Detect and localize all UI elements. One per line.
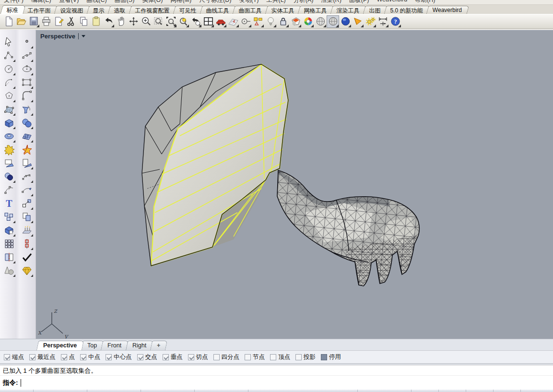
new-file-button[interactable] (2, 15, 15, 28)
flyout-triangle-icon[interactable] (31, 167, 33, 169)
osnap-item-端点[interactable]: 端点 (4, 353, 24, 361)
toolbar-group-tab-工作平面[interactable]: 工作平面 (22, 6, 59, 14)
selected-polysurface[interactable] (142, 64, 288, 266)
osnap-checkbox[interactable] (29, 354, 35, 360)
flyout-triangle-icon[interactable] (13, 180, 15, 183)
display-mode-button[interactable] (289, 15, 302, 28)
osnap-checkbox[interactable] (295, 354, 302, 360)
menu-item[interactable]: 编辑(E) (31, 0, 51, 4)
lights-tool-button[interactable] (21, 224, 33, 237)
import-page-button[interactable] (52, 15, 65, 28)
copy-object-tool-button[interactable] (21, 211, 33, 223)
flyout-triangle-icon[interactable] (13, 113, 15, 116)
text-tool-button[interactable]: T (3, 197, 15, 210)
osnap-checkbox[interactable] (188, 354, 194, 360)
select-arrow-tool-button[interactable] (3, 36, 15, 48)
set-view-button[interactable] (239, 15, 252, 28)
flyout-triangle-icon[interactable] (31, 194, 33, 196)
flyout-triangle-icon[interactable] (31, 140, 33, 143)
help-button[interactable]: ? (389, 15, 401, 28)
menu-item[interactable]: 帮助(H) (415, 0, 435, 4)
flyout-triangle-icon[interactable] (323, 24, 326, 27)
viewport-tab-right[interactable]: Right (125, 341, 153, 350)
toolbar-group-tab-标准[interactable]: 标准 (0, 5, 25, 14)
flyout-triangle-icon[interactable] (186, 24, 189, 27)
flyout-triangle-icon[interactable] (31, 221, 33, 223)
menu-item[interactable]: 曲面(S) (115, 0, 135, 4)
clamp-tool-button[interactable] (21, 238, 33, 250)
add-viewport-tab-button[interactable]: + (150, 341, 168, 350)
osnap-item-节点[interactable]: 节点 (245, 353, 265, 361)
menu-item[interactable]: 尺寸标注(D) (199, 0, 231, 4)
toolbar-group-tab-实体工具[interactable]: 实体工具 (265, 6, 302, 14)
flyout-triangle-icon[interactable] (13, 59, 15, 62)
osnap-item-顶点[interactable]: 顶点 (270, 353, 290, 361)
flyout-triangle-icon[interactable] (111, 24, 114, 27)
open-folder-button[interactable] (15, 15, 27, 28)
viewport-tab-perspective[interactable]: Perspective (36, 341, 84, 350)
menu-item[interactable]: Weaverbird (377, 0, 407, 4)
print-button[interactable] (40, 15, 52, 28)
blend-tool-button[interactable] (3, 170, 15, 183)
menu-item[interactable]: 网格(M) (170, 0, 191, 4)
render-sphere-button[interactable] (314, 15, 327, 28)
menu-item[interactable]: 查看(V) (59, 0, 79, 4)
menu-item[interactable]: 变动(T) (239, 0, 259, 4)
flyout-triangle-icon[interactable] (31, 234, 33, 237)
flyout-triangle-icon[interactable] (31, 274, 33, 277)
puzzle-tool-button[interactable] (3, 143, 15, 156)
toolbar-group-tab-Weaverbird[interactable]: Weaverbird (426, 6, 470, 14)
adjust-curve-tool-button[interactable] (3, 184, 15, 196)
flyout-triangle-icon[interactable] (13, 86, 15, 89)
flyout-triangle-icon[interactable] (273, 24, 276, 27)
osnap-item-中点[interactable]: 中点 (80, 353, 100, 361)
cplane-button[interactable] (227, 15, 239, 28)
toolbar-group-tab-渲染工具[interactable]: 渲染工具 (330, 6, 367, 14)
cut-button[interactable] (65, 15, 77, 28)
flyout-triangle-icon[interactable] (13, 261, 15, 263)
flyout-triangle-icon[interactable] (336, 24, 339, 27)
options-gears-button[interactable] (364, 15, 377, 28)
flyout-triangle-icon[interactable] (286, 24, 289, 27)
osnap-item-垂点[interactable]: 垂点 (163, 353, 183, 361)
toolbar-group-tab-曲线工具[interactable]: 曲线工具 (200, 6, 237, 14)
toolbar-group-tab-设定视图[interactable]: 设定视图 (54, 6, 91, 14)
ellipse-tool-button[interactable] (21, 63, 33, 75)
mesh-patch-tool-button[interactable] (21, 130, 33, 143)
flyout-triangle-icon[interactable] (398, 24, 401, 27)
rectangle-tool-button[interactable] (21, 76, 33, 89)
flyout-triangle-icon[interactable] (386, 24, 388, 27)
menu-item[interactable]: 曲线(C) (86, 0, 106, 4)
flyout-triangle-icon[interactable] (13, 274, 15, 277)
pan-hand-button[interactable] (115, 15, 127, 28)
menu-item[interactable]: 工具(L) (266, 0, 285, 4)
osnap-item-中心点[interactable]: 中心点 (106, 353, 132, 361)
flyout-triangle-icon[interactable] (211, 24, 214, 27)
osnap-item-四分点[interactable]: 四分点 (213, 353, 240, 361)
notify-cone-button[interactable] (352, 15, 364, 28)
osnap-checkbox[interactable] (106, 354, 112, 360)
flyout-triangle-icon[interactable] (361, 24, 364, 27)
named-view-button[interactable] (214, 15, 227, 28)
osnap-item-投影[interactable]: 投影 (295, 353, 316, 361)
explode-tool-button[interactable] (21, 143, 33, 156)
surface-from-points-tool-button[interactable] (3, 103, 15, 116)
osnap-item-点[interactable]: 点 (61, 353, 75, 361)
osnap-checkbox[interactable] (245, 354, 251, 360)
block-tool-button[interactable] (3, 211, 15, 223)
viewport-layout-button[interactable] (202, 15, 214, 28)
light-button[interactable] (264, 15, 277, 28)
annotate-button[interactable] (252, 15, 264, 28)
render-blue-button[interactable] (339, 15, 352, 28)
osnap-item-切点[interactable]: 切点 (188, 353, 208, 361)
flyout-triangle-icon[interactable] (31, 46, 33, 48)
command-input-line[interactable]: 指令: (0, 375, 553, 390)
menu-item[interactable]: 面板(P) (349, 0, 369, 4)
viewport-perspective[interactable]: Perspective (36, 30, 553, 339)
split-tool-button[interactable] (3, 251, 15, 263)
menu-item[interactable]: 文件(F) (4, 0, 24, 4)
osnap-checkbox[interactable] (61, 354, 67, 360)
flyout-triangle-icon[interactable] (174, 24, 176, 27)
lock-button[interactable] (277, 15, 289, 28)
osnap-checkbox[interactable] (270, 354, 276, 360)
